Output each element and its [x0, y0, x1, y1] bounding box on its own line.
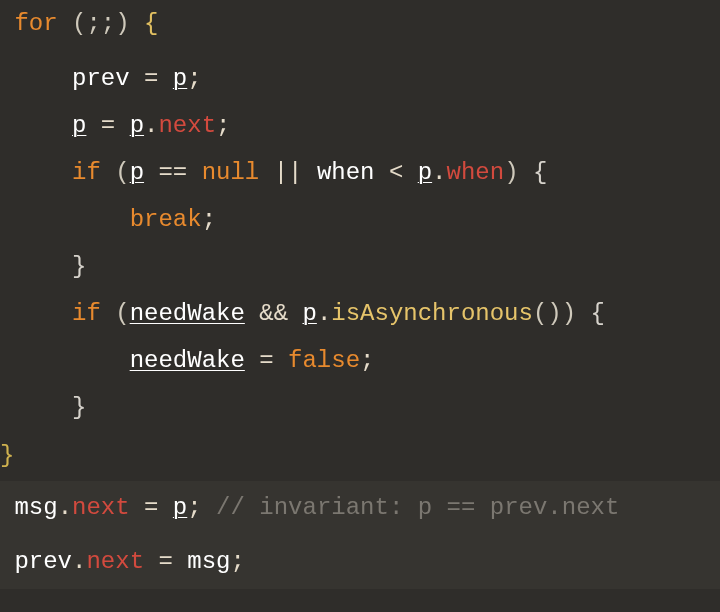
keyword-break: break [130, 206, 202, 233]
brace-close: } [0, 442, 14, 469]
keyword-for: for [14, 10, 57, 37]
code-line: } [0, 431, 720, 481]
identifier-prev: prev [14, 548, 72, 575]
keyword-null: null [202, 159, 260, 186]
code-editor[interactable]: for (;;) { prev = p; p = p.next; if (p =… [0, 0, 720, 589]
identifier-p: p [130, 159, 144, 186]
identifier-p: p [302, 300, 316, 327]
code-line: if (p == null || when < p.when) { [0, 149, 720, 196]
identifier-when: when [317, 159, 375, 186]
code-line: prev = p; [0, 55, 720, 102]
code-line: needWake = false; [0, 337, 720, 384]
keyword-if: if [72, 300, 101, 327]
identifier-p: p [130, 112, 144, 139]
identifier-p: p [173, 65, 187, 92]
keyword-false: false [288, 347, 360, 374]
identifier-msg: msg [14, 494, 57, 521]
brace-open: { [144, 10, 158, 37]
comment: // invariant: p == prev.next [216, 494, 619, 521]
code-line: } [0, 384, 720, 431]
identifier-needwake: needWake [130, 347, 245, 374]
property-when: when [447, 159, 505, 186]
code-line: prev.next = msg; [0, 535, 720, 589]
identifier-needwake: needWake [130, 300, 245, 327]
method-isasynchronous: isAsynchronous [331, 300, 533, 327]
code-line: break; [0, 196, 720, 243]
identifier-p: p [418, 159, 432, 186]
code-line: } [0, 243, 720, 290]
brace-close: } [72, 394, 86, 421]
identifier-msg: msg [187, 548, 230, 575]
property-next: next [72, 494, 130, 521]
code-line: msg.next = p; // invariant: p == prev.ne… [0, 481, 720, 535]
property-next: next [86, 548, 144, 575]
code-line: for (;;) { [0, 0, 720, 47]
identifier-prev: prev [72, 65, 130, 92]
identifier-p: p [72, 112, 86, 139]
for-args: (;;) [72, 10, 130, 37]
code-line: if (needWake && p.isAsynchronous()) { [0, 290, 720, 337]
code-footer-block: msg.next = p; // invariant: p == prev.ne… [0, 481, 720, 589]
brace-close: } [72, 253, 86, 280]
keyword-if: if [72, 159, 101, 186]
property-next: next [158, 112, 216, 139]
code-line: p = p.next; [0, 102, 720, 149]
identifier-p: p [173, 494, 187, 521]
